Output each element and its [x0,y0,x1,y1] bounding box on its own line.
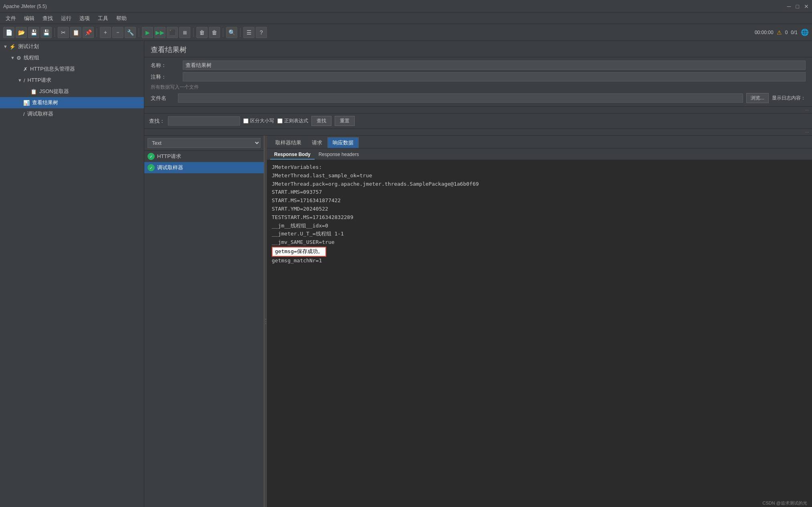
expand-icon[interactable]: ▼ [3,44,8,49]
sidebar-item-json-extractor[interactable]: 📋JSON提取器 [0,86,144,97]
maximize-button[interactable]: □ [796,3,799,10]
filename-input[interactable] [178,93,743,103]
form-area: 名称： 注释： 所有数据写入一个文件 文件名 浏览... 显示日志内容： [144,57,812,107]
case-sensitive-checkbox[interactable] [243,118,248,124]
expand-icon[interactable]: ▼ [10,55,15,60]
sidebar-item-debug-sampler[interactable]: /调试取样器 [0,108,144,120]
search-input[interactable] [168,116,240,126]
tab-response-data[interactable]: 响应数据 [327,137,359,148]
regex-checkbox[interactable] [277,118,283,124]
name-row: 名称： [151,61,806,70]
sidebar-item-test-plan[interactable]: ▼⚡测试计划 [0,41,144,52]
item-icon-view-results-tree: 📊 [23,100,30,106]
search-button[interactable]: 查找 [311,116,331,126]
sidebar-item-thread-group[interactable]: ▼⚙线程组 [0,52,144,63]
dots-button-2[interactable]: ··· [805,130,809,134]
save-button[interactable]: 💾 [28,27,39,38]
format-select[interactable]: Text JSON XML HTML [147,138,261,148]
response-line-0: JMeterVariables: [272,163,807,172]
comment-label: 注释： [151,73,183,81]
search-row: 查找： 区分大小写 正则表达式 查找 重置 [144,114,812,129]
content-title-area: 查看结果树 [144,41,812,57]
run-button[interactable]: ▶ [142,27,153,38]
tab-response-body[interactable]: Response Body [270,150,315,160]
browse-button[interactable]: 浏览... [746,93,769,103]
response-line-7: __jm__线程组__idx=0 [272,222,807,230]
clear-button[interactable]: 🔧 [125,27,136,38]
sample-label: 调试取样器 [157,164,183,171]
response-line-1: JMeterThread.last_sample_ok=true [272,172,807,180]
timer-display: 00:00:00 [755,30,774,35]
response-line-9: __jmv_SAME_USER=true [272,238,807,247]
item-label-http-request: HTTP请求 [28,77,141,84]
clear-all-button[interactable]: 🗑 [196,27,208,38]
tab-request[interactable]: 请求 [307,137,327,148]
menu-item-查找[interactable]: 查找 [38,14,57,23]
item-icon-thread-group: ⚙ [16,55,21,61]
item-label-json-extractor: JSON提取器 [39,88,141,95]
item-label-thread-group: 线程组 [24,54,141,61]
window-controls: ─ □ ✕ [787,3,809,10]
add-button[interactable]: ＋ [100,27,111,38]
sidebar-item-http-request[interactable]: ▼/HTTP请求 [0,75,144,86]
menu-item-文件[interactable]: 文件 [2,14,20,23]
sample-item-debug-sampler-item[interactable]: ✓调试取样器 [144,162,264,173]
reset-button[interactable]: 重置 [335,116,355,126]
sample-tree: ✓HTTP请求✓调试取样器 [144,151,264,507]
sample-status-icon: ✓ [147,164,155,171]
remove-button[interactable]: － [112,27,123,38]
help-button[interactable]: ? [256,27,267,38]
toolbar-right: 00:00:00 ⚠ 0 0/1 🌐 [755,28,809,36]
warning-icon: ⚠ [777,29,782,36]
sidebar-item-view-results-tree[interactable]: 📊查看结果树 [0,97,144,108]
separator-1 [55,28,55,37]
sidebar-item-http-header-manager[interactable]: ✗HTTP信息头管理器 [0,63,144,75]
item-label-test-plan: 测试计划 [18,43,141,50]
name-input[interactable] [183,61,806,70]
status-text: CSDN @追求测试的光 [763,501,807,505]
stop-button[interactable]: ⬛ [167,27,178,38]
run-no-pause-button[interactable]: ▶▶ [154,27,166,38]
menu-item-编辑[interactable]: 编辑 [20,14,38,23]
open-button[interactable]: 📂 [16,27,27,38]
regex-label[interactable]: 正则表达式 [277,118,308,124]
display-log-label: 显示日志内容： [772,95,806,101]
response-line-5: START.YMD=20240522 [272,205,807,213]
sample-item-http-request-item[interactable]: ✓HTTP请求 [144,151,264,162]
case-sensitive-label[interactable]: 区分大小写 [243,118,274,124]
stop-now-button[interactable]: ⏹ [179,27,190,38]
left-panel: Text JSON XML HTML ✓HTTP请求✓调试取样器 [144,136,265,507]
revert-button[interactable]: 💾 [40,27,52,38]
item-icon-http-request: / [24,77,25,83]
tab-response-headers[interactable]: Response headers [315,150,363,160]
paste-button[interactable]: 📌 [83,27,94,38]
list-button[interactable]: ☰ [243,27,255,38]
globe-icon: 🌐 [801,28,809,36]
search-button[interactable]: 🔍 [226,27,237,38]
title-bar: Apache JMeter (5.5) ─ □ ✕ [0,0,812,13]
name-label: 名称： [151,62,183,69]
separator-4 [193,28,194,37]
clear-results-button[interactable]: 🗑 [209,27,220,38]
minimize-button[interactable]: ─ [787,3,791,10]
tab-sampler-result[interactable]: 取样器结果 [270,137,307,148]
menu-item-工具[interactable]: 工具 [94,14,112,23]
response-line-2: JMeterThread.pack=org.apache.jmeter.thre… [272,180,807,189]
dots-button-1[interactable]: ··· [805,107,809,112]
menu-item-运行[interactable]: 运行 [57,14,75,23]
divider-row-1: ··· [144,107,812,114]
comment-input[interactable] [183,72,806,81]
new-button[interactable]: 📄 [3,27,14,38]
cut-button[interactable]: ✂ [58,27,69,38]
expand-icon[interactable]: ▼ [18,78,22,83]
all-data-note: 所有数据写入一个文件 [151,84,806,91]
menu-item-选项[interactable]: 选项 [75,14,94,23]
sample-status-icon: ✓ [147,153,155,160]
close-button[interactable]: ✕ [804,3,809,10]
response-line-6: TESTSTART.MS=1716342832289 [272,213,807,222]
response-body: JMeterVariables:JMeterThread.last_sample… [267,160,812,507]
menu-item-帮助[interactable]: 帮助 [112,14,131,23]
item-label-debug-sampler: 调试取样器 [27,110,141,118]
item-label-http-header-manager: HTTP信息头管理器 [30,65,141,73]
copy-button[interactable]: 📋 [70,27,81,38]
